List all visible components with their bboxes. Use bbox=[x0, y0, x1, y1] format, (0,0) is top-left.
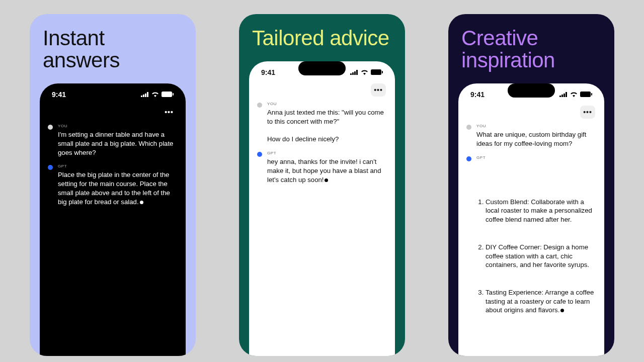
card-title: Tailored advice bbox=[249, 27, 395, 49]
avatar-dot-you bbox=[466, 125, 471, 130]
svg-rect-14 bbox=[564, 94, 565, 97]
svg-rect-6 bbox=[350, 73, 352, 75]
svg-rect-4 bbox=[162, 92, 172, 97]
svg-rect-9 bbox=[356, 70, 358, 75]
wifi-icon bbox=[151, 90, 159, 99]
status-time: 9:41 bbox=[52, 90, 82, 99]
svg-rect-2 bbox=[145, 94, 146, 97]
status-bar: 9:41 bbox=[465, 90, 597, 104]
battery-icon bbox=[162, 90, 174, 99]
chat-top-bar: ••• bbox=[47, 104, 179, 124]
promo-card-tailored-advice: Tailored advice 9:41 ••• YOU Anna just t… bbox=[239, 14, 405, 356]
svg-rect-10 bbox=[371, 69, 381, 75]
wifi-icon bbox=[361, 68, 368, 76]
cursor-icon bbox=[560, 309, 564, 312]
svg-rect-11 bbox=[382, 71, 383, 73]
status-icons bbox=[141, 90, 174, 99]
message-text: Custom Blend: Collaborate with a local r… bbox=[476, 161, 596, 351]
svg-rect-1 bbox=[143, 95, 144, 97]
message-text: What are unique, custom birthday gift id… bbox=[476, 130, 596, 148]
gpt-answer-list: Custom Blend: Collaborate with a local r… bbox=[476, 179, 596, 333]
chat-area: YOU I'm setting a dinner table and have … bbox=[47, 124, 179, 356]
message-you: YOU What are unique, custom birthday gif… bbox=[466, 124, 596, 148]
svg-rect-7 bbox=[352, 72, 354, 75]
sender-label: YOU bbox=[476, 124, 596, 129]
message-gpt: GPT hey anna, thanks for the invite! i c… bbox=[257, 151, 387, 184]
chat-top-bar: ••• bbox=[465, 104, 597, 124]
battery-icon bbox=[371, 68, 383, 76]
avatar-dot-gpt bbox=[466, 156, 471, 161]
message-you: YOU Anna just texted me this: "will you … bbox=[257, 102, 387, 144]
signal-icon bbox=[559, 90, 568, 99]
svg-rect-5 bbox=[173, 93, 174, 96]
svg-rect-8 bbox=[354, 71, 356, 75]
list-item: Custom Blend: Collaborate with a local r… bbox=[486, 198, 596, 224]
list-item: Tasting Experience: Arrange a coffee tas… bbox=[486, 288, 596, 315]
more-button[interactable]: ••• bbox=[580, 106, 595, 119]
message-gpt: GPT Place the big plate in the center of… bbox=[48, 164, 178, 206]
signal-icon bbox=[141, 90, 149, 99]
svg-rect-0 bbox=[141, 96, 142, 97]
signal-icon bbox=[350, 68, 358, 76]
message-text: Anna just texted me this: "will you come… bbox=[267, 108, 387, 144]
status-time: 9:41 bbox=[470, 90, 501, 99]
phone-mock: 9:41 ••• YOU What are unique, custom bir… bbox=[458, 83, 604, 356]
message-gpt: GPT Custom Blend: Collaborate with a loc… bbox=[466, 155, 596, 351]
sender-label: YOU bbox=[267, 102, 387, 107]
message-text: I'm setting a dinner table and have a sm… bbox=[58, 130, 178, 157]
sender-label: GPT bbox=[267, 151, 387, 156]
status-bar: 9:41 bbox=[256, 68, 388, 81]
message-text: Place the big plate in the center of the… bbox=[58, 170, 178, 206]
sender-label: YOU bbox=[58, 124, 178, 129]
phone-mock: 9:41 ••• YOU I'm setting a dinner table … bbox=[40, 83, 186, 356]
battery-icon bbox=[580, 90, 592, 99]
svg-rect-3 bbox=[147, 92, 148, 97]
status-icons bbox=[559, 90, 592, 99]
card-title: Creative inspiration bbox=[458, 27, 604, 71]
svg-rect-12 bbox=[559, 96, 561, 97]
chat-top-bar: ••• bbox=[256, 81, 388, 102]
svg-rect-13 bbox=[561, 95, 563, 97]
message-you: YOU I'm setting a dinner table and have … bbox=[48, 124, 178, 157]
avatar-dot-gpt bbox=[257, 152, 262, 157]
svg-rect-15 bbox=[566, 92, 567, 97]
promo-card-creative-inspiration: Creative inspiration 9:41 ••• YOU What a… bbox=[448, 14, 614, 356]
more-button[interactable]: ••• bbox=[162, 106, 177, 119]
status-time: 9:41 bbox=[261, 68, 291, 76]
wifi-icon bbox=[570, 90, 578, 99]
avatar-dot-you bbox=[257, 103, 262, 108]
phone-mock: 9:41 ••• YOU Anna just texted me this: "… bbox=[249, 61, 395, 356]
more-button[interactable]: ••• bbox=[371, 83, 386, 97]
svg-rect-17 bbox=[591, 93, 592, 96]
status-icons bbox=[350, 68, 383, 76]
card-title: Instant answers bbox=[40, 27, 186, 71]
message-text: hey anna, thanks for the invite! i can't… bbox=[267, 157, 387, 184]
sender-label: GPT bbox=[58, 164, 178, 169]
status-bar: 9:41 bbox=[47, 90, 179, 104]
sender-label: GPT bbox=[476, 155, 596, 161]
avatar-dot-gpt bbox=[48, 165, 53, 170]
promo-card-instant-answers: Instant answers 9:41 ••• YOU I'm setting… bbox=[30, 14, 196, 356]
list-item: DIY Coffee Corner: Design a home coffee … bbox=[486, 243, 596, 269]
avatar-dot-you bbox=[48, 125, 53, 130]
cursor-icon bbox=[140, 201, 143, 204]
chat-area: YOU Anna just texted me this: "will you … bbox=[256, 102, 388, 356]
chat-area: YOU What are unique, custom birthday gif… bbox=[465, 124, 597, 356]
cursor-icon bbox=[325, 178, 328, 182]
svg-rect-16 bbox=[580, 92, 591, 97]
